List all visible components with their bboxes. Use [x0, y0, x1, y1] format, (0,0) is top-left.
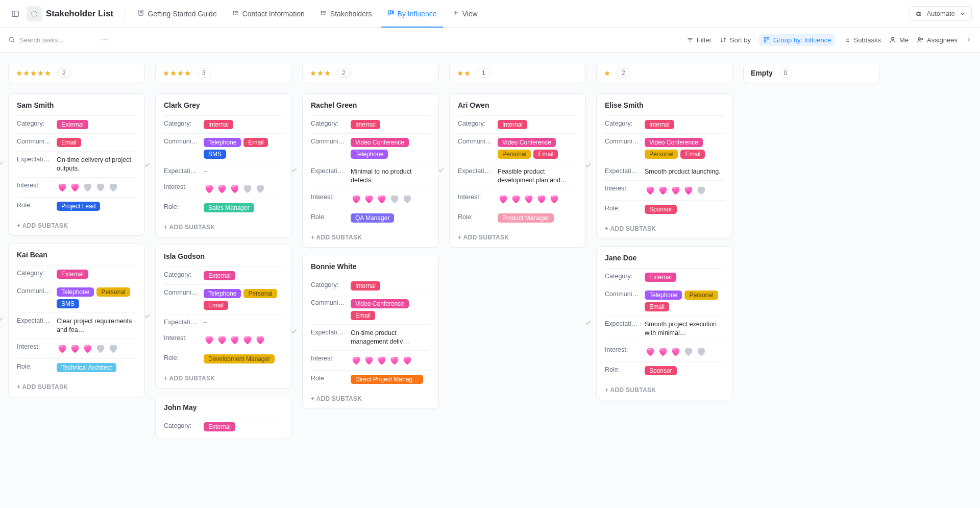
column-header[interactable]: 2 [302, 63, 439, 83]
tag[interactable]: Email [204, 301, 228, 310]
interest-hearts[interactable] [645, 346, 707, 357]
more-toolbar-button[interactable] [966, 36, 972, 43]
card-check-indicator[interactable] [584, 319, 592, 327]
stakeholder-card[interactable]: Bonnie WhiteCategory:InternalCommunic…Vi… [302, 255, 439, 409]
card-title[interactable]: Clark Grey [164, 101, 283, 109]
tab-getting-started-guide[interactable]: Getting Started Guide [131, 5, 223, 22]
tag[interactable]: Personal [645, 150, 678, 159]
automate-button[interactable]: Automate [910, 6, 972, 21]
add-subtask-button[interactable]: + ADD SUBTASK [156, 371, 291, 388]
tag[interactable]: SMS [57, 299, 79, 308]
tag[interactable]: Internal [351, 120, 380, 129]
tag[interactable]: Development Manager [204, 354, 275, 364]
card-title[interactable]: Kai Bean [17, 251, 136, 259]
stakeholder-card[interactable]: Clark GreyCategory:InternalCommunic…Tele… [155, 93, 292, 237]
card-check-indicator[interactable] [584, 162, 592, 171]
sidebar-toggle-button[interactable] [8, 7, 22, 21]
column-header[interactable]: 2 [8, 63, 145, 83]
tag[interactable]: External [57, 270, 88, 279]
tag[interactable]: Video Conference [351, 299, 409, 308]
tag[interactable]: Personal [96, 287, 130, 297]
add-subtask-button[interactable]: + ADD SUBTASK [303, 230, 438, 247]
add-subtask-button[interactable]: + ADD SUBTASK [156, 220, 291, 237]
card-title[interactable]: Jane Doe [605, 254, 724, 262]
subtasks-button[interactable]: Subtasks [843, 36, 880, 44]
filter-button[interactable]: Filter [687, 36, 712, 44]
card-title[interactable]: Sam Smith [17, 101, 136, 109]
tag[interactable]: Product Manager [498, 213, 554, 223]
column-header[interactable]: 1 [449, 63, 586, 83]
card-title[interactable]: Bonnie White [311, 262, 430, 271]
card-check-indicator[interactable] [290, 327, 298, 336]
add-subtask-button[interactable]: + ADD SUBTASK [597, 382, 732, 400]
tag[interactable]: Video Conference [498, 138, 556, 147]
tag[interactable]: Video Conference [351, 138, 409, 147]
search-input[interactable] [19, 36, 91, 44]
card-check-indicator[interactable] [143, 161, 151, 170]
tag[interactable]: Internal [351, 281, 380, 291]
add-subtask-button[interactable]: + ADD SUBTASK [9, 218, 144, 235]
card-check-indicator[interactable] [290, 166, 298, 175]
card-check-indicator[interactable] [437, 166, 445, 175]
tab-by-influence[interactable]: By Influence [381, 5, 443, 22]
assignees-button[interactable]: Assignees [917, 36, 958, 44]
tag[interactable]: Project Lead [57, 202, 100, 211]
tag[interactable]: Email [57, 138, 81, 147]
column-header[interactable]: 3 [155, 63, 292, 83]
tag[interactable]: Email [645, 302, 669, 311]
interest-hearts[interactable] [498, 193, 560, 205]
tag[interactable]: Sales Manager [204, 203, 254, 212]
tag[interactable]: Technical Architect [57, 363, 116, 372]
tag[interactable]: Telephone [645, 291, 682, 300]
tag[interactable]: Email [243, 138, 268, 147]
tab-view[interactable]: View [446, 5, 484, 22]
groupby-button[interactable]: Group by: Influence [759, 34, 835, 46]
tag[interactable]: Email [533, 150, 558, 159]
tag[interactable]: External [204, 271, 235, 280]
tag[interactable]: SMS [204, 150, 226, 159]
board[interactable]: 2Sam SmithCategory:ExternalCommunic…Emai… [0, 53, 980, 467]
tag[interactable]: Video Conference [645, 138, 703, 147]
card-title[interactable]: John May [164, 403, 283, 412]
tag[interactable]: External [645, 273, 676, 282]
tag[interactable]: Email [680, 150, 705, 159]
tag[interactable]: Internal [498, 120, 527, 129]
tag[interactable]: Telephone [351, 150, 388, 159]
card-check-indicator[interactable] [0, 316, 4, 324]
tag[interactable]: Telephone [57, 287, 94, 297]
stakeholder-card[interactable]: Sam SmithCategory:ExternalCommunic…Email… [8, 93, 145, 236]
tag[interactable]: Email [351, 311, 375, 320]
card-title[interactable]: Isla Godson [164, 252, 283, 260]
stakeholder-card[interactable]: Ari OwenCategory:InternalCommunic…Video … [449, 93, 586, 248]
tag[interactable]: Personal [684, 291, 718, 300]
stakeholder-card[interactable]: Rachel GreenCategory:InternalCommunic…Vi… [302, 93, 439, 248]
add-subtask-button[interactable]: + ADD SUBTASK [450, 230, 585, 247]
tag[interactable]: QA Manager [351, 213, 394, 223]
interest-hearts[interactable] [645, 185, 707, 196]
tag[interactable]: Sponsor [645, 205, 677, 214]
card-title[interactable]: Rachel Green [311, 101, 430, 109]
tag[interactable]: Personal [498, 150, 531, 159]
tag[interactable]: Direct Project Manag… [351, 375, 423, 384]
interest-hearts[interactable] [57, 182, 119, 193]
tag[interactable]: Telephone [204, 138, 241, 147]
card-title[interactable]: Ari Owen [458, 101, 577, 109]
sortby-button[interactable]: Sort by [720, 36, 751, 44]
card-check-indicator[interactable] [0, 160, 4, 169]
more-options-button[interactable] [97, 33, 111, 47]
interest-hearts[interactable] [204, 334, 266, 346]
add-subtask-button[interactable]: + ADD SUBTASK [597, 221, 732, 238]
stakeholder-card[interactable]: Isla GodsonCategory:ExternalCommunic…Tel… [155, 245, 292, 389]
tag[interactable]: External [57, 120, 88, 129]
add-subtask-button[interactable]: + ADD SUBTASK [9, 379, 144, 397]
tag[interactable]: External [204, 422, 235, 431]
interest-hearts[interactable] [57, 343, 119, 354]
card-check-indicator[interactable] [143, 312, 151, 321]
me-button[interactable]: Me [889, 36, 909, 44]
tab-contact-information[interactable]: Contact Information [226, 5, 311, 22]
tab-stakeholders[interactable]: Stakeholders [314, 5, 378, 22]
interest-hearts[interactable] [204, 183, 266, 195]
column-header[interactable]: 2 [596, 63, 733, 83]
tag[interactable]: Personal [243, 289, 277, 298]
interest-hearts[interactable] [351, 355, 413, 366]
